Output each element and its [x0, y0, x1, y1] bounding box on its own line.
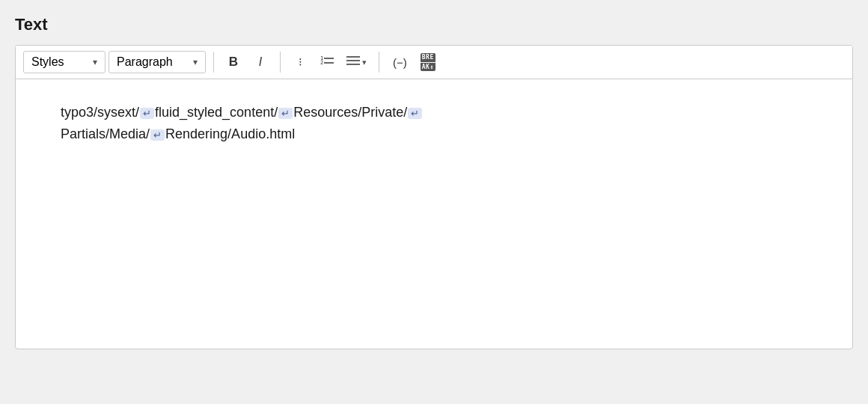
newline-marker-3: ↵: [408, 108, 422, 119]
newline-marker-4: ↵: [150, 129, 165, 141]
ordered-list-icon: 1 2: [320, 55, 334, 70]
newline-marker-1: ↵: [140, 108, 154, 119]
content-text: typo3/sysext/↵fluid_styled_content/↵Reso…: [61, 102, 830, 145]
bold-icon: B: [229, 55, 238, 70]
page-title: Text: [15, 15, 853, 34]
break-button[interactable]: BRE AK↕: [416, 50, 440, 74]
align-icon: [346, 55, 360, 69]
bullet-list-button[interactable]: ⁝: [288, 50, 312, 74]
ordered-list-button[interactable]: 1 2: [315, 50, 339, 74]
bold-button[interactable]: B: [221, 50, 245, 74]
styles-label: Styles: [31, 55, 64, 69]
styles-dropdown[interactable]: Styles ▾: [23, 51, 106, 73]
text-segment-5: Rendering/Audio.html: [165, 126, 295, 141]
align-chevron-icon: ▾: [362, 58, 367, 67]
paragraph-dropdown[interactable]: Paragraph ▾: [109, 51, 206, 73]
paragraph-chevron-icon: ▾: [193, 57, 198, 67]
paragraph-label: Paragraph: [117, 55, 173, 69]
main-container: Text Styles ▾ Paragraph ▾ B I: [15, 15, 853, 349]
toolbar: Styles ▾ Paragraph ▾ B I ⁝: [16, 46, 852, 79]
text-segment-4: Partials/Media/: [61, 126, 150, 141]
editor-content[interactable]: typo3/sysext/↵fluid_styled_content/↵Reso…: [16, 79, 852, 349]
text-segment-3: Resources/Private/: [293, 105, 407, 120]
align-dropdown[interactable]: ▾: [342, 52, 371, 72]
paren-dash-label: (−): [393, 56, 407, 69]
newline-marker-2: ↵: [278, 108, 293, 119]
text-segment-2: fluid_styled_content/: [155, 105, 278, 120]
divider-2: [280, 52, 281, 73]
styles-chevron-icon: ▾: [93, 57, 97, 67]
divider-1: [213, 52, 214, 73]
svg-text:2: 2: [320, 60, 323, 66]
italic-button[interactable]: I: [248, 50, 272, 74]
editor-wrapper: Styles ▾ Paragraph ▾ B I ⁝: [15, 45, 853, 349]
paren-dash-button[interactable]: (−): [387, 50, 413, 74]
italic-icon: I: [259, 55, 262, 69]
divider-3: [379, 52, 379, 73]
break-icon: BRE AK↕: [421, 53, 435, 71]
bullet-list-icon: ⁝: [299, 55, 302, 69]
text-segment-1: typo3/sysext/: [61, 105, 139, 120]
